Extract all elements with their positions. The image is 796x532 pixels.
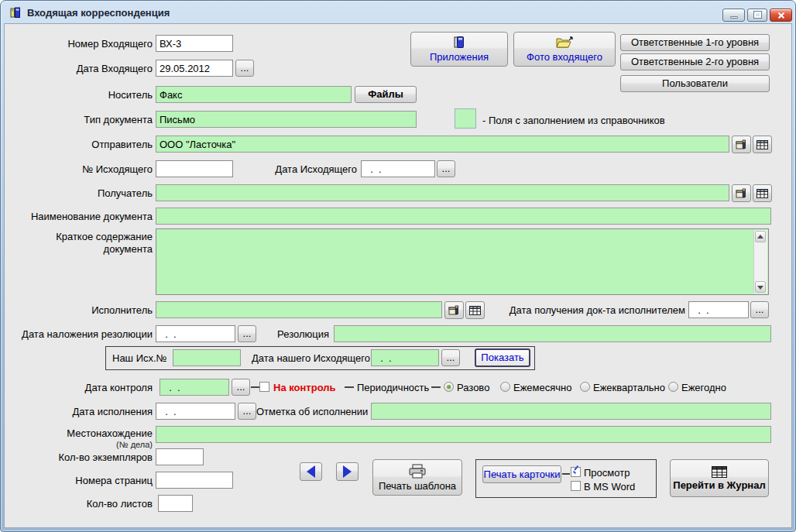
location-sublabel: (№ дела) <box>7 439 153 451</box>
connector-line <box>431 386 441 388</box>
periodicity-label: Периодичность <box>357 382 429 393</box>
periodicity-quarterly-label: Ежеквартально <box>593 382 665 393</box>
sender-directory-button[interactable] <box>732 136 751 153</box>
executor-label: Исполнитель <box>7 304 153 316</box>
periodicity-radio-yearly[interactable] <box>668 382 678 392</box>
ms-word-label: В MS Word <box>584 481 635 493</box>
execution-mark-field[interactable] <box>371 403 771 420</box>
control-date-field[interactable]: . . <box>160 379 229 396</box>
close-button[interactable] <box>770 9 792 22</box>
directory-icon <box>448 305 460 316</box>
executor-directory-button[interactable] <box>444 301 464 319</box>
legend-text: - Поля с заполнением из справочников <box>482 115 665 126</box>
resolution-label: Резолюция <box>256 328 329 340</box>
carrier-field[interactable]: Факс <box>156 86 352 103</box>
print-template-button[interactable]: Печать шаблона <box>372 459 462 496</box>
sender-field[interactable]: ООО "Ласточка" <box>156 136 729 153</box>
periodicity-radio-monthly[interactable] <box>500 382 510 392</box>
ms-word-checkbox[interactable] <box>571 481 581 491</box>
journal-table-icon <box>712 466 727 478</box>
resolution-date-field[interactable]: . . <box>156 325 235 342</box>
executor-field[interactable] <box>156 301 442 318</box>
resolution-field[interactable] <box>334 325 771 342</box>
connector-line <box>251 386 259 388</box>
responsible-level1-button[interactable]: Ответственные 1-го уровня <box>620 34 770 51</box>
recipient-label: Получатель <box>7 187 153 199</box>
recipient-table-button[interactable] <box>753 184 772 202</box>
doc-name-field[interactable] <box>156 208 771 225</box>
doc-type-field[interactable]: Письмо <box>156 111 417 128</box>
our-outgoing-number-label: Наш Исх.№ <box>112 352 167 364</box>
on-control-label: На контроль <box>273 382 336 393</box>
incoming-date-field[interactable]: 29.05.2012 <box>156 60 233 77</box>
next-record-button[interactable] <box>336 462 359 481</box>
our-outgoing-number-field[interactable] <box>173 349 241 366</box>
goto-journal-button[interactable]: Перейти в Журнал <box>670 459 769 497</box>
responsible-level2-button[interactable]: Ответственные 2-го уровня <box>620 53 770 70</box>
photo-incoming-button[interactable]: Фото входящего <box>513 32 616 67</box>
outgoing-date-label: Дата Исходящего <box>256 163 357 175</box>
preview-label: Просмотр <box>584 467 630 479</box>
doc-name-label: Наименование документа <box>7 211 153 222</box>
sender-table-button[interactable] <box>753 136 772 153</box>
print-card-button[interactable]: Печать карточки <box>482 465 561 483</box>
sheets-count-label: Кол-во листов <box>7 498 153 510</box>
periodicity-radio-once[interactable] <box>444 382 454 392</box>
our-outgoing-date-label: Дата нашего Исходящего <box>252 352 370 364</box>
page-numbers-label: Номера страниц <box>7 475 153 486</box>
preview-checkbox[interactable] <box>571 467 581 477</box>
periodicity-yearly-label: Ежегодно <box>681 382 726 393</box>
directory-icon <box>736 139 747 150</box>
maximize-icon <box>754 12 761 18</box>
executor-received-date-label: Дата получения док-та исполнителем <box>504 304 685 316</box>
periodicity-once-label: Разово <box>457 382 489 393</box>
connector-line <box>345 386 354 388</box>
outgoing-number-label: № Исходящего <box>7 163 153 175</box>
periodicity-radio-quarterly[interactable] <box>580 382 590 392</box>
prev-record-button[interactable] <box>300 462 322 481</box>
photo-folder-icon <box>555 36 574 50</box>
location-field[interactable] <box>156 426 771 443</box>
recipient-field[interactable] <box>156 184 729 201</box>
our-outgoing-date-picker-button[interactable]: ... <box>441 349 460 366</box>
on-control-checkbox[interactable] <box>259 382 269 392</box>
dialog-window: Входящая корреспонденция Номер Входящего… <box>0 0 796 532</box>
execution-date-field[interactable]: . . <box>156 403 235 420</box>
executor-received-date-picker-button[interactable]: ... <box>750 301 769 318</box>
goto-journal-label: Перейти в Журнал <box>673 480 765 491</box>
recipient-directory-button[interactable] <box>732 184 751 202</box>
copies-count-field[interactable] <box>156 448 204 465</box>
copies-count-label: Кол-во экземпляров <box>7 451 153 463</box>
page-numbers-field[interactable] <box>156 472 233 489</box>
outgoing-number-field[interactable] <box>156 160 233 177</box>
arrow-left-icon <box>307 465 315 478</box>
summary-label-line1: Краткое содержание <box>7 231 153 242</box>
triangle-down-icon <box>757 286 763 290</box>
minimize-button[interactable] <box>722 9 745 22</box>
scroll-up-button[interactable] <box>755 231 766 242</box>
outgoing-date-picker-button[interactable]: ... <box>437 160 455 177</box>
table-icon <box>757 140 768 149</box>
summary-textarea[interactable] <box>156 228 769 295</box>
incoming-date-picker-button[interactable]: ... <box>235 60 254 77</box>
incoming-number-label: Номер Входящего <box>7 38 153 50</box>
control-date-picker-button[interactable]: ... <box>232 379 250 396</box>
doc-type-label: Тип документа <box>7 114 153 125</box>
scroll-down-button[interactable] <box>755 281 766 293</box>
resolution-date-picker-button[interactable]: ... <box>238 325 256 342</box>
outgoing-date-field[interactable]: . . <box>361 160 435 177</box>
executor-table-button[interactable] <box>465 301 485 319</box>
show-button[interactable]: Показать <box>475 348 530 367</box>
execution-date-picker-button[interactable]: ... <box>238 403 256 420</box>
sheets-count-field[interactable] <box>158 495 193 512</box>
attachments-button[interactable]: Приложения <box>410 32 508 67</box>
our-outgoing-date-field[interactable]: . . <box>371 349 439 366</box>
maximize-button[interactable] <box>747 9 767 22</box>
executor-received-date-field[interactable]: . . <box>688 301 749 318</box>
printer-icon <box>407 464 427 479</box>
directory-icon <box>736 188 747 199</box>
summary-scrollbar[interactable] <box>753 230 767 293</box>
users-button[interactable]: Пользователи <box>620 75 770 92</box>
incoming-number-field[interactable]: ВХ-3 <box>156 35 233 52</box>
files-button[interactable]: Файлы <box>355 86 417 103</box>
